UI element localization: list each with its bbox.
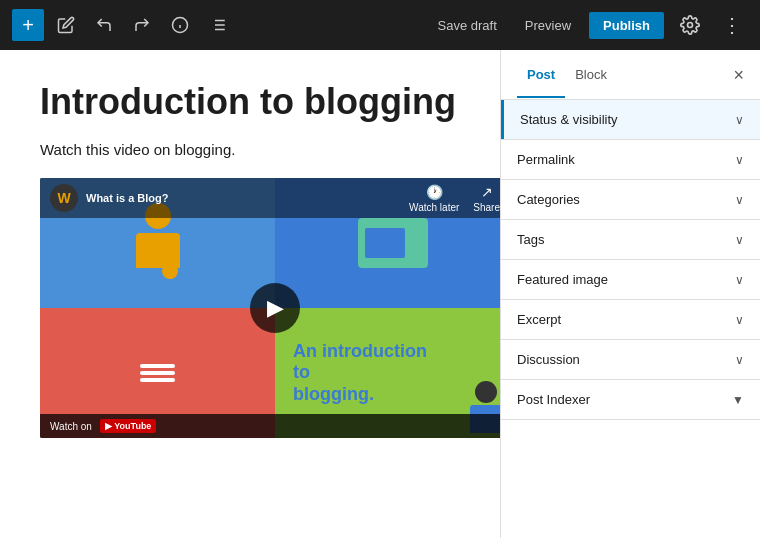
watch-on-label: Watch on (50, 421, 92, 432)
permalink-chevron-icon: ∨ (735, 153, 744, 167)
list-view-button[interactable] (202, 9, 234, 41)
main-area: Introduction to blogging Watch this vide… (0, 50, 760, 538)
tab-post[interactable]: Post (517, 53, 565, 98)
more-dots-icon: ⋮ (722, 13, 743, 37)
channel-icon: W (50, 184, 78, 212)
categories-header[interactable]: Categories ∨ (501, 180, 760, 219)
camera-shape (358, 218, 428, 268)
play-button[interactable]: ▶ (250, 283, 300, 333)
categories-chevron-icon: ∨ (735, 193, 744, 207)
phone-line-3 (140, 378, 175, 382)
share-label: Share (473, 202, 500, 213)
intro-text: An introduction to blogging. (285, 333, 435, 414)
video-title: What is a Blog? (86, 192, 169, 204)
watch-later-action[interactable]: 🕐 Watch later (409, 184, 459, 213)
list-icon (209, 16, 227, 34)
sidebar-section-post-indexer: Post Indexer ▼ (501, 380, 760, 420)
sidebar-section-excerpt: Excerpt ∨ (501, 300, 760, 340)
sidebar-section-discussion: Discussion ∨ (501, 340, 760, 380)
tags-label: Tags (517, 232, 544, 247)
video-actions: 🕐 Watch later ↗ Share (409, 184, 500, 213)
sidebar-section-permalink: Permalink ∨ (501, 140, 760, 180)
sidebar-close-button[interactable]: × (733, 66, 744, 84)
intro-line3: blogging. (293, 384, 374, 404)
editor-area: Introduction to blogging Watch this vide… (0, 50, 500, 538)
intro-line1: An introduction (293, 341, 427, 361)
person-head-2 (475, 381, 497, 403)
video-footer: Watch on ▶ YouTube (40, 414, 500, 438)
phone-line-2 (140, 371, 175, 375)
excerpt-header[interactable]: Excerpt ∨ (501, 300, 760, 339)
clock-icon: 🕐 (426, 184, 443, 200)
watch-later-label: Watch later (409, 202, 459, 213)
discussion-label: Discussion (517, 352, 580, 367)
sidebar-tabs: Post Block × (501, 50, 760, 100)
featured-image-chevron-icon: ∨ (735, 273, 744, 287)
discussion-header[interactable]: Discussion ∨ (501, 340, 760, 379)
toolbar-right: Save draft Preview Publish ⋮ (428, 7, 748, 43)
svg-point-9 (688, 23, 693, 28)
phone-figure (130, 336, 185, 411)
status-visibility-label: Status & visibility (520, 112, 618, 127)
sidebar: Post Block × Status & visibility ∨ Perma… (500, 50, 760, 538)
categories-label: Categories (517, 192, 580, 207)
tab-block[interactable]: Block (565, 53, 617, 98)
tags-header[interactable]: Tags ∨ (501, 220, 760, 259)
undo-button[interactable] (88, 9, 120, 41)
sidebar-section-categories: Categories ∨ (501, 180, 760, 220)
featured-image-header[interactable]: Featured image ∨ (501, 260, 760, 299)
post-indexer-header[interactable]: Post Indexer ▼ (501, 380, 760, 419)
toolbar: + Save draft Preview Publish ⋮ (0, 0, 760, 50)
sidebar-section-tags: Tags ∨ (501, 220, 760, 260)
post-indexer-label: Post Indexer (517, 392, 590, 407)
post-indexer-chevron-icon: ▼ (732, 393, 744, 407)
info-icon (171, 16, 189, 34)
share-action[interactable]: ↗ Share (473, 184, 500, 213)
permalink-label: Permalink (517, 152, 575, 167)
permalink-header[interactable]: Permalink ∨ (501, 140, 760, 179)
sidebar-section-status: Status & visibility ∨ (501, 100, 760, 140)
add-block-button[interactable]: + (12, 9, 44, 41)
settings-button[interactable] (672, 7, 708, 43)
video-thumbnail[interactable]: An introduction to blogging. W What is a… (40, 178, 500, 438)
redo-button[interactable] (126, 9, 158, 41)
redo-icon (133, 16, 151, 34)
post-title[interactable]: Introduction to blogging (40, 80, 460, 123)
more-options-button[interactable]: ⋮ (716, 9, 748, 41)
status-chevron-icon: ∨ (735, 113, 744, 127)
undo-icon (95, 16, 113, 34)
pencil-icon (57, 16, 75, 34)
edit-icon-button[interactable] (50, 9, 82, 41)
youtube-logo: ▶ YouTube (100, 419, 157, 433)
publish-button[interactable]: Publish (589, 12, 664, 39)
gear-icon (680, 15, 700, 35)
phone-line-1 (140, 364, 175, 368)
person-body-1 (136, 233, 180, 268)
play-icon: ▶ (267, 295, 284, 321)
discussion-chevron-icon: ∨ (735, 353, 744, 367)
camera-body (365, 228, 405, 258)
save-draft-button[interactable]: Save draft (428, 12, 507, 39)
sidebar-section-featured-image: Featured image ∨ (501, 260, 760, 300)
excerpt-chevron-icon: ∨ (735, 313, 744, 327)
toolbar-left: + (12, 9, 420, 41)
info-button[interactable] (164, 9, 196, 41)
tags-chevron-icon: ∨ (735, 233, 744, 247)
excerpt-label: Excerpt (517, 312, 561, 327)
camera-lens (407, 233, 421, 253)
preview-button[interactable]: Preview (515, 12, 581, 39)
share-icon: ↗ (481, 184, 493, 200)
person-arm (162, 264, 178, 280)
featured-image-label: Featured image (517, 272, 608, 287)
post-intro[interactable]: Watch this video on blogging. (40, 141, 460, 158)
intro-line2: to (293, 362, 310, 382)
status-visibility-header[interactable]: Status & visibility ∨ (501, 100, 760, 139)
youtube-label: YouTube (114, 421, 151, 431)
